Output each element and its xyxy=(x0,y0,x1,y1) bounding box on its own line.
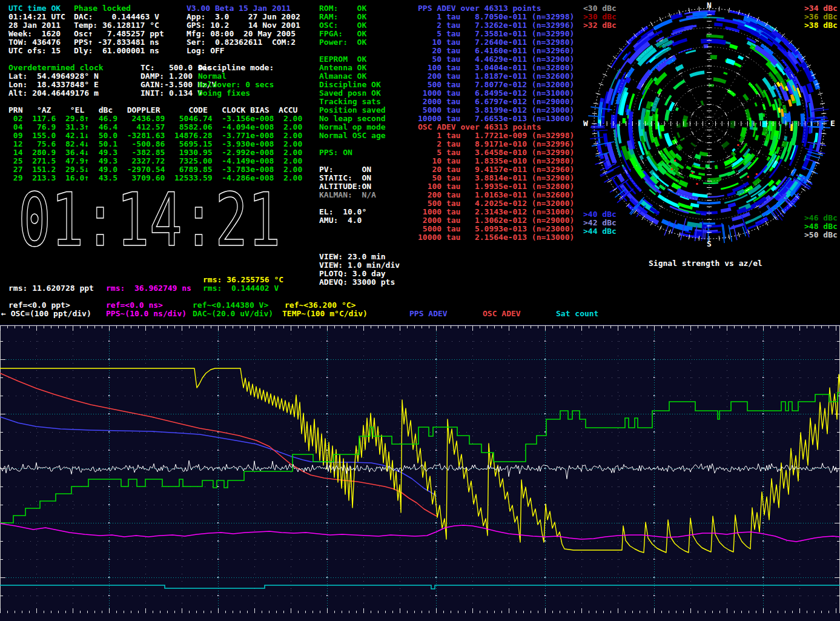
utc-time-block-1: 28 Jan 2011 xyxy=(8,21,65,30)
osc-adev-table-10: 1000 tau 2.3143e-012 (n=31000) xyxy=(418,208,574,216)
hw-status-block-1: RAM: OK xyxy=(319,13,366,21)
dac-ref: ref~<0.144380 V> xyxy=(193,301,268,310)
compass-n: N xyxy=(707,1,712,10)
rms-dac: rms: 0.144402 V xyxy=(203,284,279,293)
utc-status: UTC time OK xyxy=(8,4,61,13)
pps-adev-table: PPS ADEV over 46313 points 1 tau 8.7050e… xyxy=(418,4,574,123)
legend-gt32dbc: >32 dBc xyxy=(583,21,617,30)
sat-table-rows-2: 09 155.0 42.1↓ 50.0 -3281.63 14876.28 -3… xyxy=(8,131,302,140)
osc-scale: ← OSC=(100 ppt/div) xyxy=(1,310,91,318)
status-flags-6: Position saved xyxy=(319,106,386,115)
pps-adev-table-2: 2 tau 7.3262e-011 (n=32996) xyxy=(418,21,574,30)
version-block-2: Mfg: 08:00 20 May 2005 xyxy=(187,30,300,38)
hw-status-block-2: OSC: OK xyxy=(319,21,366,30)
pps-adev-table-11: 2000 tau 6.6797e-012 (n=29000) xyxy=(418,98,574,106)
pps-adev-table-9: 500 tau 7.8077e-012 (n=32000) xyxy=(418,81,574,89)
discipline-mode-block-0: Normal xyxy=(198,72,274,81)
phase-block-3: PPS↑ -37.833481 ns xyxy=(74,38,164,47)
pps-adev-table-13: 10000 tau 7.6653e-013 (n=13000) xyxy=(418,115,574,123)
utc-time-block-4: UTC ofs: 15 xyxy=(8,47,65,55)
pps-adev-table-10: 1000 tau 6.8495e-012 (n=31000) xyxy=(418,89,574,98)
legend-gt38dbc: >38 dBc xyxy=(804,21,838,30)
legend-gt50dbc: >50 dBc xyxy=(804,231,838,239)
position-block-2: Alt: 204.46449176 m xyxy=(8,89,99,98)
sat-table-header: PRN °AZ °EL dBc DOPPLER CODE CLOCK BIAS … xyxy=(8,106,297,115)
fix-modes-2: ALTITUDE:ON xyxy=(319,182,371,191)
pps-adev-table-4: 10 tau 7.2640e-011 (n=32980) xyxy=(418,38,574,47)
sat-table-rows-1: 04 76.9 31.3↑ 46.4 412.57 8582.06 -4.094… xyxy=(8,123,302,131)
phase-block-4: Dly: 61.000001 ns xyxy=(74,47,164,55)
utc-time-block-2: Week: 1620 xyxy=(8,30,65,38)
sat-table-rows-6: 27 151.2 29.5↓ 49.0 -2970.54 6789.85 -3.… xyxy=(8,165,302,174)
sat-table-rows-4: 14 280.9 36.4↓ 49.3 -382.85 1930.95 -2.9… xyxy=(8,148,302,157)
legend-gt46dbc: >46 dBc xyxy=(804,214,838,222)
phase-block: DAC: 0.144463 VTemp: 36.128117 °COsc↑ 7.… xyxy=(74,13,164,55)
osc-adev-table-2: 2 tau 8.9171e-010 (n=32996) xyxy=(418,140,574,148)
legend-gt36dbc: >36 dBc xyxy=(804,13,838,21)
phase-block-1: Temp: 36.128117 °C xyxy=(74,21,164,30)
version-block-0: App: 3.0 27 Jun 2002 xyxy=(187,13,300,21)
hw-status-block: ROM: OKRAM: OKOSC: OKFPGA: OKPower: OK xyxy=(319,4,366,47)
dac-scale: DAC~(20.0 uV/div) xyxy=(193,310,273,318)
osc-adev-table-1: 1 tau 1.7721e-009 (n=32998) xyxy=(418,131,574,140)
el-amu-block-0: EL: 10.0° xyxy=(319,208,366,216)
status-flags-0: EEPROM OK xyxy=(319,55,386,64)
position-block-1: Lon: 18.4337848° E xyxy=(8,81,99,89)
discipline-mode-block-1: Holdover: 0 secs xyxy=(198,81,274,89)
sat-table-rows-3: 12 75.6 82.4↓ 50.1 -500.86 5695.15 -3.93… xyxy=(8,140,302,148)
rms-temp: rms: 36.255756 °C xyxy=(203,276,283,284)
fix-modes-1: STATIC: ON xyxy=(319,174,371,182)
status-flags-1: Antenna OK xyxy=(319,64,386,72)
hw-status-block-0: ROM: OK xyxy=(319,4,366,13)
discipline-mode-label: Discipline mode: xyxy=(198,64,274,72)
osc-adev-table-11: 2000 tau 1.3062e-012 (n=29000) xyxy=(418,216,574,225)
sat-table-rows-0: 02 117.6 29.8↑ 46.9 2436.89 5046.74 -3.1… xyxy=(8,115,302,123)
status-flags-9: Normal OSC age xyxy=(319,131,386,140)
osc-adev-table-4: 10 tau 1.8335e-010 (n=32980) xyxy=(418,157,574,165)
pps-adev-table-5: 20 tau 6.4160e-011 (n=32960) xyxy=(418,47,574,55)
version-block: App: 3.0 27 Jun 2002GPS: 10.2 14 Nov 200… xyxy=(187,13,300,55)
sat-table-rows: 02 117.6 29.8↑ 46.9 2436.89 5046.74 -3.1… xyxy=(8,115,302,182)
status-flags-4: Saved posn OK xyxy=(319,89,386,98)
hw-status-block-3: FPGA: OK xyxy=(319,30,366,38)
osc-adev-legend: OSC ADEV xyxy=(483,310,521,318)
position-block: Lat: 54.4964928° NLon: 18.4337848° EAlt:… xyxy=(8,72,99,98)
status-flags-3: Discipline OK xyxy=(319,81,386,89)
status-flags-2: Almanac OK xyxy=(319,72,386,81)
osc-adev-table-13: 10000 tau 2.1564e-013 (n=13000) xyxy=(418,233,574,242)
phase-block-2: Osc↑ 7.485257 ppt xyxy=(74,30,164,38)
osc-adev-table-12: 5000 tau 5.0993e-013 (n=23000) xyxy=(418,225,574,233)
fix-modes-0: PV: ON xyxy=(319,165,371,174)
pps-ref: ref=<0.0 ns> xyxy=(106,301,163,310)
pps-adev-table-6: 50 tau 4.4629e-011 (n=32900) xyxy=(418,55,574,64)
view-block: VIEW: 23.0 minVIEW: 1.0 min/divPLOTQ: 3.… xyxy=(319,253,400,287)
hw-status-block-4: Power: OK xyxy=(319,38,366,47)
legend-gt40dbc: >40 dBc xyxy=(583,210,617,219)
view-block-2: PLOTQ: 3.0 day xyxy=(319,270,400,278)
legend-lt30dbc: <30 dBc xyxy=(583,4,617,13)
legend-gt44dbc: >44 dBc xyxy=(583,227,617,236)
history-plot xyxy=(0,324,840,621)
version-block-4: Log: OFF xyxy=(187,47,300,55)
legend-gt34dbc: >34 dBc xyxy=(804,4,838,13)
view-block-3: ADEVQ: 33000 pts xyxy=(319,278,400,287)
version-block-3: Ser: 0.82362611 COM:2 xyxy=(187,38,300,47)
osc-adev-table-6: 50 tau 3.8814e-011 (n=32900) xyxy=(418,174,574,182)
osc-adev-table-8: 200 tau 1.0163e-011 (n=32600) xyxy=(418,191,574,199)
lady-heather-screen: UTC time OK 01:14:21 UTC28 Jan 2011Week:… xyxy=(0,0,840,621)
clock-mode: Overdetermined clock xyxy=(8,64,104,72)
osc-adev-table: OSC ADEV over 46313 points 1 tau 1.7721e… xyxy=(418,123,574,242)
temp-ref: ref~<36.200 °C> xyxy=(285,301,356,310)
position-block-0: Lat: 54.4964928° N xyxy=(8,72,99,81)
pps-status: PPS: ON xyxy=(319,148,352,157)
polar-caption: Signal strength vs az/el xyxy=(649,259,762,268)
pps-adev-table-7: 100 tau 3.0404e-011 (n=32800) xyxy=(418,64,574,72)
utc-time-block-3: TOW: 436476 xyxy=(8,38,65,47)
rms-osc: rms: 11.620728 ppt xyxy=(8,284,94,293)
pps-adev-legend: PPS ADEV xyxy=(409,310,448,318)
osc-adev-table-0: OSC ADEV over 46313 points xyxy=(418,123,574,131)
compass-e: E xyxy=(830,119,835,128)
utc-time-block: 01:14:21 UTC28 Jan 2011Week: 1620TOW: 43… xyxy=(8,13,65,55)
view-block-0: VIEW: 23.0 min xyxy=(319,253,400,261)
pps-scale: PPS~(10.0 ns/div) xyxy=(106,310,187,318)
